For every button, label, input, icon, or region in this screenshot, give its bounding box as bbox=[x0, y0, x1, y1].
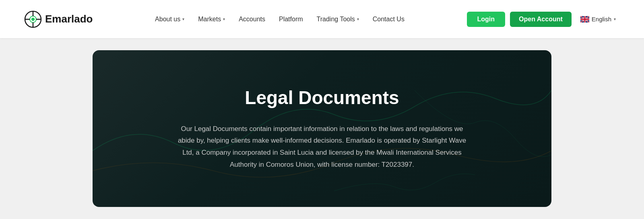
nav-contact-us[interactable]: Contact Us bbox=[366, 12, 411, 26]
platform-label: Platform bbox=[279, 16, 303, 23]
login-button[interactable]: Login bbox=[467, 12, 506, 27]
accounts-label: Accounts bbox=[239, 16, 265, 23]
markets-label: Markets bbox=[198, 16, 221, 23]
navbar: Emarlado About us ▾ Markets ▾ Accounts P… bbox=[0, 0, 644, 38]
language-selector[interactable]: English ▾ bbox=[576, 13, 620, 25]
nav-about-us[interactable]: About us ▾ bbox=[149, 12, 191, 26]
brand-logo-icon bbox=[24, 10, 42, 28]
hero-card: Legal Documents Our Legal Documents cont… bbox=[93, 50, 551, 207]
nav-markets[interactable]: Markets ▾ bbox=[192, 12, 231, 26]
nav-trading-tools[interactable]: Trading Tools ▾ bbox=[310, 12, 365, 26]
open-account-button[interactable]: Open Account bbox=[510, 12, 572, 27]
trading-tools-label: Trading Tools bbox=[317, 16, 355, 23]
brand-name: Emarlado bbox=[45, 13, 93, 25]
main-content: Legal Documents Our Legal Documents cont… bbox=[0, 38, 644, 219]
nav-actions: Login Open Account English ▾ bbox=[467, 12, 620, 27]
language-label: English bbox=[592, 16, 611, 23]
about-us-label: About us bbox=[155, 16, 180, 23]
nav-accounts[interactable]: Accounts bbox=[232, 12, 272, 26]
contact-us-label: Contact Us bbox=[373, 16, 405, 23]
flag-icon bbox=[580, 16, 589, 23]
about-us-chevron-icon: ▾ bbox=[182, 17, 184, 21]
markets-chevron-icon: ▾ bbox=[223, 17, 225, 21]
nav-links: About us ▾ Markets ▾ Accounts Platform T… bbox=[93, 12, 467, 26]
hero-description: Our Legal Documents contain important in… bbox=[173, 123, 471, 171]
language-chevron-icon: ▾ bbox=[614, 17, 616, 21]
trading-tools-chevron-icon: ▾ bbox=[357, 17, 359, 21]
nav-platform[interactable]: Platform bbox=[272, 12, 310, 26]
hero-title: Legal Documents bbox=[245, 87, 399, 108]
logo-link[interactable]: Emarlado bbox=[24, 10, 93, 28]
